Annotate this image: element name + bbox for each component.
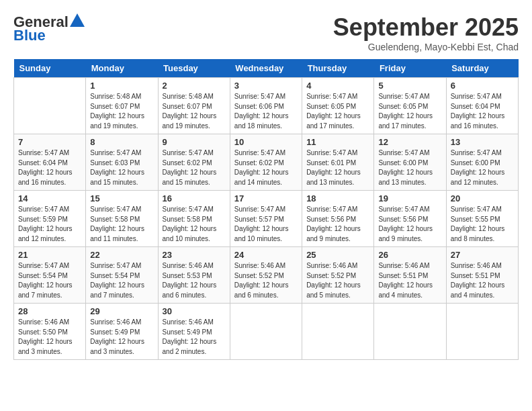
day-number: 7 [18,137,81,147]
day-number: 17 [234,193,298,203]
day-number: 16 [163,193,226,203]
day-number: 20 [451,193,514,203]
day-info: Sunrise: 5:47 AMSunset: 6:05 PMDaylight:… [378,92,441,131]
calendar-cell: 19 Sunrise: 5:47 AMSunset: 5:56 PMDaylig… [374,191,446,247]
day-info: Sunrise: 5:47 AMSunset: 5:56 PMDaylight:… [378,205,441,244]
calendar-cell: 20 Sunrise: 5:47 AMSunset: 5:55 PMDaylig… [446,191,518,247]
day-number: 8 [90,137,153,147]
day-info: Sunrise: 5:46 AMSunset: 5:51 PMDaylight:… [378,261,441,300]
week-row-3: 14 Sunrise: 5:47 AMSunset: 5:59 PMDaylig… [14,191,519,247]
day-info: Sunrise: 5:47 AMSunset: 5:58 PMDaylight:… [90,205,153,244]
calendar-cell [230,304,302,360]
day-info: Sunrise: 5:47 AMSunset: 5:57 PMDaylight:… [234,205,298,244]
day-info: Sunrise: 5:46 AMSunset: 5:53 PMDaylight:… [163,261,226,300]
day-info: Sunrise: 5:47 AMSunset: 5:58 PMDaylight:… [163,205,226,244]
calendar-cell: 1 Sunrise: 5:48 AMSunset: 6:07 PMDayligh… [86,78,158,134]
calendar-cell: 7 Sunrise: 5:47 AMSunset: 6:04 PMDayligh… [14,134,86,191]
month-title: September 2025 [333,13,519,42]
day-info: Sunrise: 5:47 AMSunset: 6:02 PMDaylight:… [234,148,298,187]
day-number: 26 [378,250,441,260]
calendar-cell [446,304,518,360]
calendar-cell: 27 Sunrise: 5:46 AMSunset: 5:51 PMDaylig… [446,247,518,304]
week-row-5: 28 Sunrise: 5:46 AMSunset: 5:50 PMDaylig… [14,304,519,360]
logo-icon [70,13,85,27]
logo: General Blue [13,13,85,44]
calendar-cell: 30 Sunrise: 5:46 AMSunset: 5:49 PMDaylig… [158,304,230,360]
day-number: 2 [163,81,226,91]
day-header-saturday: Saturday [446,59,518,78]
day-info: Sunrise: 5:47 AMSunset: 6:03 PMDaylight:… [90,148,153,187]
day-number: 4 [306,81,369,91]
day-number: 13 [451,137,514,147]
day-number: 30 [163,306,226,316]
day-number: 15 [90,193,153,203]
logo-blue: Blue [13,27,46,44]
calendar-cell: 14 Sunrise: 5:47 AMSunset: 5:59 PMDaylig… [14,191,86,247]
calendar-cell: 16 Sunrise: 5:47 AMSunset: 5:58 PMDaylig… [158,191,230,247]
day-number: 25 [306,250,369,260]
day-number: 28 [18,306,81,316]
day-number: 12 [378,137,441,147]
page-header: General Blue September 2025 Guelendeng, … [13,13,519,52]
calendar-cell [374,304,446,360]
day-info: Sunrise: 5:47 AMSunset: 5:54 PMDaylight:… [90,261,153,300]
calendar-cell: 24 Sunrise: 5:46 AMSunset: 5:52 PMDaylig… [230,247,302,304]
day-info: Sunrise: 5:47 AMSunset: 5:54 PMDaylight:… [18,261,81,300]
calendar-cell: 18 Sunrise: 5:47 AMSunset: 5:56 PMDaylig… [302,191,374,247]
day-header-wednesday: Wednesday [230,59,302,78]
day-number: 29 [90,306,153,316]
day-number: 6 [451,81,514,91]
calendar-cell: 5 Sunrise: 5:47 AMSunset: 6:05 PMDayligh… [374,78,446,134]
calendar-cell: 6 Sunrise: 5:47 AMSunset: 6:04 PMDayligh… [446,78,518,134]
calendar-table: SundayMondayTuesdayWednesdayThursdayFrid… [13,59,519,360]
day-info: Sunrise: 5:47 AMSunset: 6:05 PMDaylight:… [306,92,369,131]
day-info: Sunrise: 5:47 AMSunset: 5:56 PMDaylight:… [306,205,369,244]
calendar-cell [14,78,86,134]
day-number: 23 [163,250,226,260]
day-header-thursday: Thursday [302,59,374,78]
day-info: Sunrise: 5:47 AMSunset: 6:01 PMDaylight:… [306,148,369,187]
calendar-cell: 26 Sunrise: 5:46 AMSunset: 5:51 PMDaylig… [374,247,446,304]
day-info: Sunrise: 5:47 AMSunset: 6:04 PMDaylight:… [451,92,514,131]
day-info: Sunrise: 5:48 AMSunset: 6:07 PMDaylight:… [163,92,226,131]
calendar-cell: 13 Sunrise: 5:47 AMSunset: 6:00 PMDaylig… [446,134,518,191]
svg-marker-0 [70,13,85,27]
day-number: 3 [234,81,298,91]
day-header-sunday: Sunday [14,59,86,78]
calendar-cell: 8 Sunrise: 5:47 AMSunset: 6:03 PMDayligh… [86,134,158,191]
day-info: Sunrise: 5:46 AMSunset: 5:49 PMDaylight:… [90,318,153,357]
day-number: 18 [306,193,369,203]
day-number: 27 [451,250,514,260]
calendar-cell: 3 Sunrise: 5:47 AMSunset: 6:06 PMDayligh… [230,78,302,134]
calendar-cell: 9 Sunrise: 5:47 AMSunset: 6:02 PMDayligh… [158,134,230,191]
title-section: September 2025 Guelendeng, Mayo-Kebbi Es… [333,13,519,52]
week-row-1: 1 Sunrise: 5:48 AMSunset: 6:07 PMDayligh… [14,78,519,134]
day-info: Sunrise: 5:47 AMSunset: 6:00 PMDaylight:… [378,148,441,187]
day-info: Sunrise: 5:46 AMSunset: 5:50 PMDaylight:… [18,318,81,357]
day-number: 22 [90,250,153,260]
day-header-monday: Monday [86,59,158,78]
day-info: Sunrise: 5:46 AMSunset: 5:51 PMDaylight:… [451,261,514,300]
day-info: Sunrise: 5:46 AMSunset: 5:49 PMDaylight:… [163,318,226,357]
day-info: Sunrise: 5:46 AMSunset: 5:52 PMDaylight:… [234,261,298,300]
calendar-cell: 15 Sunrise: 5:47 AMSunset: 5:58 PMDaylig… [86,191,158,247]
day-number: 14 [18,193,81,203]
calendar-cell: 12 Sunrise: 5:47 AMSunset: 6:00 PMDaylig… [374,134,446,191]
day-number: 11 [306,137,369,147]
calendar-cell: 4 Sunrise: 5:47 AMSunset: 6:05 PMDayligh… [302,78,374,134]
day-info: Sunrise: 5:47 AMSunset: 6:06 PMDaylight:… [234,92,298,131]
calendar-cell: 22 Sunrise: 5:47 AMSunset: 5:54 PMDaylig… [86,247,158,304]
calendar-cell: 28 Sunrise: 5:46 AMSunset: 5:50 PMDaylig… [14,304,86,360]
calendar-cell: 29 Sunrise: 5:46 AMSunset: 5:49 PMDaylig… [86,304,158,360]
calendar-cell: 11 Sunrise: 5:47 AMSunset: 6:01 PMDaylig… [302,134,374,191]
day-number: 10 [234,137,298,147]
day-number: 24 [234,250,298,260]
location: Guelendeng, Mayo-Kebbi Est, Chad [333,42,519,52]
day-info: Sunrise: 5:47 AMSunset: 5:55 PMDaylight:… [451,205,514,244]
day-info: Sunrise: 5:46 AMSunset: 5:52 PMDaylight:… [306,261,369,300]
day-number: 19 [378,193,441,203]
calendar-cell: 2 Sunrise: 5:48 AMSunset: 6:07 PMDayligh… [158,78,230,134]
day-info: Sunrise: 5:47 AMSunset: 6:00 PMDaylight:… [451,148,514,187]
day-header-tuesday: Tuesday [158,59,230,78]
calendar-cell: 10 Sunrise: 5:47 AMSunset: 6:02 PMDaylig… [230,134,302,191]
